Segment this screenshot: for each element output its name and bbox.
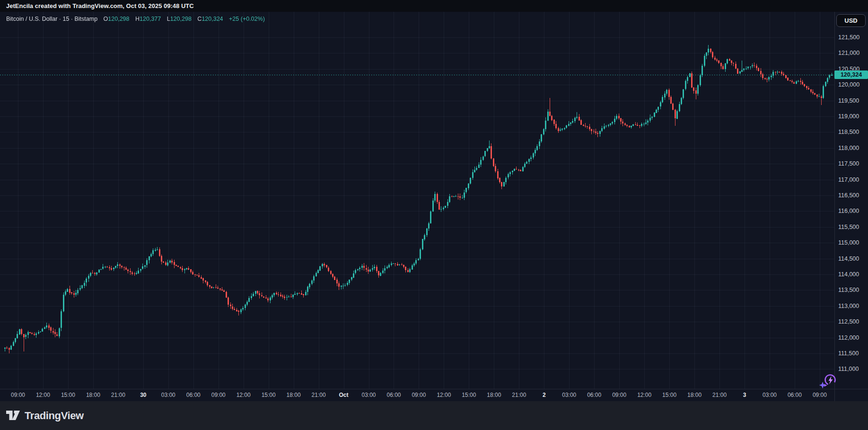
time-axis-label: 12:00 (237, 392, 251, 398)
low-value: 120,298 (170, 16, 192, 22)
high-value: 120,377 (140, 16, 161, 22)
price-axis-label: 114,000 (838, 271, 859, 278)
time-axis-label: 06:00 (386, 392, 401, 398)
time-axis-label: 06:00 (788, 392, 802, 398)
price-axis-label: 115,500 (838, 223, 859, 231)
time-axis-label: 15:00 (662, 392, 676, 398)
time-axis-label: 3 (743, 392, 746, 398)
time-axis-label: 21:00 (312, 392, 326, 398)
time-axis-label: 12:00 (637, 392, 651, 398)
time-axis-label: 15:00 (462, 392, 476, 398)
price-axis-label: 119,500 (838, 97, 859, 105)
time-axis-label: 18:00 (487, 392, 501, 398)
price-axis-label: 116,500 (838, 192, 859, 199)
time-axis-label: 15:00 (61, 392, 75, 398)
price-axis-label: 119,000 (838, 113, 859, 120)
brand-wordmark: TradingView (25, 410, 84, 422)
time-axis-label: 09:00 (612, 392, 626, 398)
price-axis-label: 114,500 (838, 255, 859, 263)
price-axis-label: 118,000 (838, 144, 859, 152)
attribution-text: JetEncila created with TradingView.com, … (6, 2, 194, 9)
open-label: O (104, 16, 108, 22)
time-axis-label: 12:00 (36, 392, 50, 398)
last-price-label: 120,324 (834, 70, 868, 79)
time-axis-label: 09:00 (11, 392, 25, 398)
time-axis-label: 06:00 (587, 392, 601, 398)
close-value: 120,324 (202, 16, 223, 22)
time-axis-label: 06:00 (186, 392, 201, 398)
price-axis-label: 112,500 (838, 318, 859, 325)
ai-sparkle-refresh-icon[interactable] (819, 373, 838, 390)
tradingview-logo-icon (6, 409, 20, 422)
time-axis-label: 09:00 (813, 392, 827, 398)
time-axis-label: 03:00 (161, 392, 175, 398)
symbol-legend: Bitcoin / U.S. Dollar · 15 · Bitstamp O1… (6, 15, 265, 23)
time-axis[interactable]: 09:0012:0015:0018:0021:003003:0006:0009:… (0, 389, 834, 401)
price-axis-label: 117,000 (838, 176, 859, 184)
time-axis-label: 18:00 (287, 392, 301, 398)
time-axis-label: 09:00 (211, 392, 226, 398)
price-axis-label: 121,500 (838, 34, 859, 41)
time-axis-label: 09:00 (412, 392, 426, 398)
price-axis-label: 116,000 (838, 207, 859, 215)
price-axis-label: 115,000 (838, 239, 859, 246)
open-value: 120,298 (108, 16, 129, 22)
price-axis-label: 113,500 (838, 286, 859, 294)
price-axis-label: 121,000 (838, 49, 859, 57)
high-label: H (135, 16, 140, 22)
time-axis-label: 30 (140, 392, 146, 398)
time-axis-label: 21:00 (111, 392, 125, 398)
time-axis-label: 21:00 (512, 392, 526, 398)
time-axis-label: 18:00 (86, 392, 100, 398)
candlestick-chart-canvas[interactable] (0, 12, 834, 389)
time-axis-label: 2 (543, 392, 546, 398)
brand-footer: TradingView (0, 401, 868, 430)
time-axis-label: 03:00 (362, 392, 376, 398)
attribution-bar: JetEncila created with TradingView.com, … (0, 0, 868, 12)
currency-toggle-button[interactable]: USD (836, 14, 866, 27)
time-axis-label: 21:00 (712, 392, 727, 398)
price-axis-label: 118,500 (838, 128, 859, 136)
change-value: +25 (+0.02%) (229, 16, 265, 22)
time-axis-label: 12:00 (437, 392, 451, 398)
price-axis-label: 120,000 (838, 81, 859, 88)
time-axis-label: Oct (339, 392, 349, 398)
time-axis-label: 03:00 (562, 392, 576, 398)
symbol-title[interactable]: Bitcoin / U.S. Dollar · 15 · Bitstamp (6, 16, 97, 22)
price-axis-label: 111,500 (838, 350, 859, 357)
low-label: L (167, 16, 170, 22)
time-axis-label: 15:00 (262, 392, 276, 398)
price-axis-label: 111,000 (838, 365, 859, 373)
time-axis-label: 03:00 (763, 392, 777, 398)
price-axis-label: 117,500 (838, 160, 859, 167)
time-axis-label: 18:00 (687, 392, 701, 398)
price-axis[interactable]: USD 121,500121,000120,500120,000119,5001… (835, 12, 868, 389)
price-axis-label: 112,000 (838, 334, 859, 342)
price-axis-label: 113,000 (838, 302, 859, 310)
